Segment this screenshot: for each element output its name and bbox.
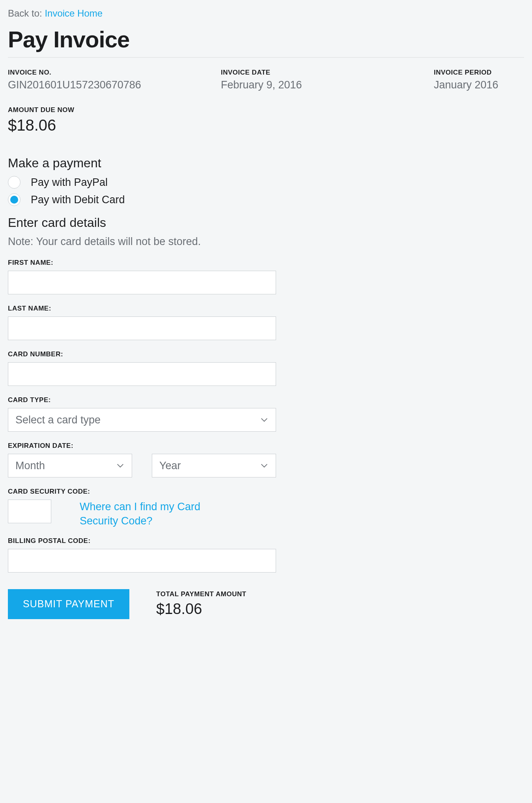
total-payment-block: TOTAL PAYMENT AMOUNT $18.06 (156, 590, 246, 618)
expiration-group: EXPIRATION DATE: Month Year (8, 442, 276, 477)
invoice-period-label: INVOICE PERIOD (434, 69, 524, 77)
amount-due-value: $18.06 (8, 116, 524, 134)
divider (8, 57, 524, 58)
total-payment-value: $18.06 (156, 601, 246, 618)
invoice-no-label: INVOICE NO. (8, 69, 221, 77)
first-name-group: FIRST NAME: (8, 259, 276, 294)
last-name-label: LAST NAME: (8, 305, 276, 313)
back-prefix: Back to: (8, 8, 45, 19)
breadcrumb: Back to: Invoice Home (8, 8, 524, 19)
invoice-no-block: INVOICE NO. GIN201601U157230670786 (8, 69, 221, 91)
card-type-group: CARD TYPE: Select a card type (8, 396, 276, 432)
csc-group: CARD SECURITY CODE: Where can I find my … (8, 488, 276, 528)
invoice-no-value: GIN201601U157230670786 (8, 79, 221, 91)
first-name-label: FIRST NAME: (8, 259, 276, 267)
payment-method-group: Pay with PayPal Pay with Debit Card (8, 176, 524, 206)
invoice-period-value: January 2016 (434, 79, 524, 91)
payment-option-label: Pay with Debit Card (31, 194, 125, 206)
chevron-down-icon (116, 461, 125, 470)
invoice-date-value: February 9, 2016 (221, 79, 434, 91)
card-form: FIRST NAME: LAST NAME: CARD NUMBER: CARD… (8, 259, 276, 619)
submit-row: SUBMIT PAYMENT TOTAL PAYMENT AMOUNT $18.… (8, 589, 276, 619)
radio-icon (8, 176, 21, 189)
amount-due-label: AMOUNT DUE NOW (8, 106, 524, 114)
pay-invoice-page: Back to: Invoice Home Pay Invoice INVOIC… (8, 8, 524, 619)
invoice-period-block: INVOICE PERIOD January 2016 (434, 69, 524, 91)
payment-option-label: Pay with PayPal (31, 176, 108, 189)
page-title: Pay Invoice (8, 26, 524, 52)
submit-payment-button[interactable]: SUBMIT PAYMENT (8, 589, 129, 619)
card-number-label: CARD NUMBER: (8, 350, 276, 358)
back-link[interactable]: Invoice Home (45, 8, 103, 19)
last-name-input[interactable] (8, 316, 276, 340)
csc-label: CARD SECURITY CODE: (8, 488, 276, 496)
csc-help-link[interactable]: Where can I find my Card Security Code? (80, 500, 222, 528)
payment-option-debit[interactable]: Pay with Debit Card (8, 193, 524, 206)
last-name-group: LAST NAME: (8, 305, 276, 340)
postal-input[interactable] (8, 549, 276, 573)
invoice-date-block: INVOICE DATE February 9, 2016 (221, 69, 434, 91)
radio-icon (8, 193, 21, 206)
invoice-meta-row: INVOICE NO. GIN201601U157230670786 INVOI… (8, 69, 524, 91)
card-details-note: Note: Your card details will not be stor… (8, 236, 524, 248)
month-placeholder: Month (15, 460, 116, 472)
first-name-input[interactable] (8, 271, 276, 294)
card-type-label: CARD TYPE: (8, 396, 276, 404)
postal-label: BILLING POSTAL CODE: (8, 537, 276, 545)
amount-due-block: AMOUNT DUE NOW $18.06 (8, 106, 524, 134)
card-number-group: CARD NUMBER: (8, 350, 276, 386)
postal-group: BILLING POSTAL CODE: (8, 537, 276, 573)
card-type-placeholder: Select a card type (15, 414, 260, 426)
chevron-down-icon (260, 416, 269, 424)
card-type-select[interactable]: Select a card type (8, 408, 276, 432)
card-number-input[interactable] (8, 362, 276, 386)
card-details-heading: Enter card details (8, 215, 524, 230)
year-placeholder: Year (159, 460, 260, 472)
csc-input[interactable] (8, 500, 51, 523)
expiration-month-select[interactable]: Month (8, 454, 132, 477)
expiration-label: EXPIRATION DATE: (8, 442, 276, 450)
make-payment-heading: Make a payment (8, 156, 524, 170)
total-payment-label: TOTAL PAYMENT AMOUNT (156, 590, 246, 598)
expiration-year-select[interactable]: Year (152, 454, 276, 477)
radio-selected-icon (10, 196, 18, 204)
payment-option-paypal[interactable]: Pay with PayPal (8, 176, 524, 189)
invoice-date-label: INVOICE DATE (221, 69, 434, 77)
chevron-down-icon (260, 461, 269, 470)
